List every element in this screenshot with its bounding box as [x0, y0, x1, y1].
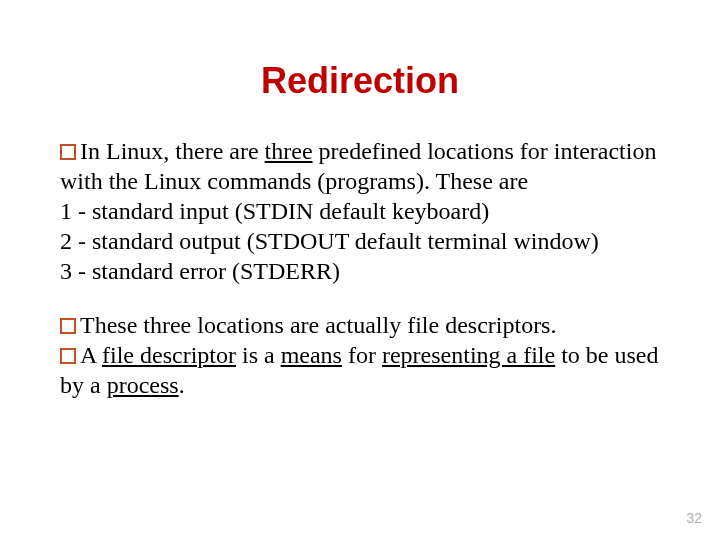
- text: .: [179, 372, 185, 398]
- underlined-text: process: [107, 372, 179, 398]
- paragraph-1: In Linux, there are three predefined loc…: [60, 136, 660, 286]
- underlined-text: means: [281, 342, 342, 368]
- bullet-line: A file descriptor is a means for represe…: [60, 340, 660, 400]
- square-bullet-icon: [60, 318, 76, 334]
- square-bullet-icon: [60, 348, 76, 364]
- text: for: [342, 342, 382, 368]
- slide-body: In Linux, there are three predefined loc…: [60, 136, 660, 400]
- page-number: 32: [686, 510, 702, 526]
- text: In Linux, there are: [80, 138, 265, 164]
- bullet-line: These three locations are actually file …: [60, 310, 660, 340]
- underlined-text: file descriptor: [102, 342, 236, 368]
- underlined-text: representing a file: [382, 342, 555, 368]
- text: A: [80, 342, 102, 368]
- list-item: 3 - standard error (STDERR): [60, 258, 340, 284]
- slide-title: Redirection: [60, 60, 660, 102]
- slide: Redirection In Linux, there are three pr…: [0, 0, 720, 540]
- underlined-text: three: [265, 138, 313, 164]
- list-item: 1 - standard input (STDIN default keyboa…: [60, 198, 489, 224]
- list-item: 2 - standard output (STDOUT default term…: [60, 228, 599, 254]
- text: is a: [236, 342, 281, 368]
- paragraph-2: These three locations are actually file …: [60, 310, 660, 400]
- square-bullet-icon: [60, 144, 76, 160]
- text: These three locations are actually file …: [80, 312, 556, 338]
